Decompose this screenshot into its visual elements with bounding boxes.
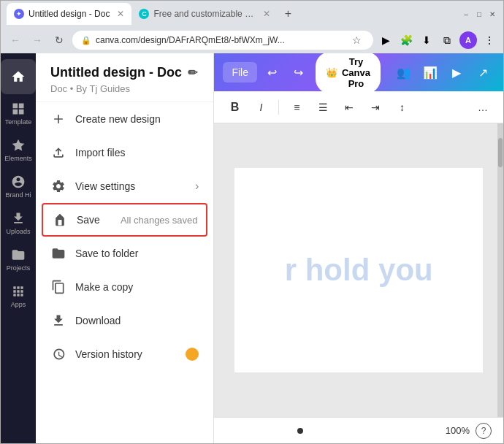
sidebar-item-projects-label: Projects [7, 264, 31, 272]
canvas-area: r hold you [214, 123, 503, 417]
tab-doc[interactable]: ✦ Untitled design - Doc ✕ [7, 3, 131, 25]
line-height-button[interactable]: ↕ [390, 96, 413, 119]
window-controls: – □ ✕ [461, 9, 497, 19]
present-icon[interactable]: ▶ [445, 61, 468, 84]
tab-doc-close[interactable]: ✕ [117, 9, 124, 19]
file-menu-header: Untitled design - Doc ✏ Doc • By Tj Guid… [36, 53, 213, 102]
scroll-thumb-vertical[interactable] [498, 138, 503, 167]
apps-icon [11, 284, 26, 299]
more-options-button[interactable]: … [471, 96, 495, 119]
maximize-button[interactable]: □ [474, 9, 484, 19]
create-icon [50, 111, 66, 127]
sidebar-item-uploads[interactable]: Uploads [1, 205, 36, 240]
puzzle-ext-icon[interactable]: 🧩 [398, 32, 414, 48]
sidebar-item-brand-label: Brand Hi [5, 191, 31, 199]
menu-item-save[interactable]: Save All changes saved [42, 203, 207, 237]
undo-button[interactable]: ↩ [261, 61, 283, 83]
bold-button[interactable]: B [223, 96, 246, 119]
sidebar-dark: Template Elements Brand Hi Uploads Proje… [1, 53, 36, 443]
window-ext-icon[interactable]: ⧉ [439, 32, 455, 48]
zoom-controls: 100% ? [446, 423, 492, 439]
sidebar-item-template[interactable]: Template [1, 96, 36, 131]
menu-item-save-label: Save [77, 214, 112, 226]
menu-item-view-settings[interactable]: View settings › [36, 169, 213, 203]
menu-item-version[interactable]: Version history [36, 337, 213, 371]
sidebar-item-template-label: Template [5, 118, 32, 126]
list-button[interactable]: ☰ [311, 96, 335, 119]
elements-icon [11, 138, 26, 153]
chart-icon[interactable]: 📊 [419, 61, 442, 84]
sidebar-item-brand[interactable]: Brand Hi [1, 169, 36, 204]
view-settings-arrow: › [195, 180, 199, 193]
menu-item-download[interactable]: Download [36, 304, 213, 337]
redo-button[interactable]: ↪ [288, 61, 310, 83]
lock-icon: 🔒 [81, 36, 91, 45]
file-menu: Untitled design - Doc ✏ Doc • By Tj Guid… [36, 53, 214, 443]
bookmark-icon[interactable]: ☆ [348, 32, 364, 48]
menu-button[interactable]: ⋮ [481, 32, 497, 48]
title-bar: ✦ Untitled design - Doc ✕ C Free and cus… [1, 1, 503, 27]
sidebar-item-apps-label: Apps [11, 301, 26, 308]
download-ext-icon[interactable]: ⬇ [419, 32, 435, 48]
menu-item-download-label: Download [75, 315, 199, 326]
menu-item-create[interactable]: Create new design [36, 102, 213, 136]
forward-button[interactable]: → [28, 31, 46, 49]
browser-frame: ✦ Untitled design - Doc ✕ C Free and cus… [0, 0, 504, 444]
app-area: Template Elements Brand Hi Uploads Proje… [1, 53, 503, 443]
share-button[interactable]: ↗ [471, 61, 495, 84]
sidebar-item-home[interactable] [1, 59, 36, 94]
bottom-bar: 100% ? [214, 417, 503, 443]
indent-right-button[interactable]: ⇥ [364, 96, 387, 119]
menu-item-save-sublabel: All changes saved [121, 215, 198, 226]
italic-button[interactable]: I [249, 96, 272, 119]
zoom-level-text: 100% [446, 425, 470, 436]
menu-item-view-settings-label: View settings [75, 180, 186, 192]
tab-icon-canva: C [139, 9, 149, 19]
sidebar-item-uploads-label: Uploads [6, 228, 30, 235]
try-canva-pro-button[interactable]: 👑 Try Canva Pro [316, 53, 381, 93]
download-icon [50, 313, 66, 329]
canva-main: File ↩ ↪ 👑 Try Canva Pro 👥 📊 ▶ ↗ B [214, 53, 503, 443]
menu-item-import-label: Import files [75, 147, 199, 158]
format-toolbar: B I ≡ ☰ ⇤ ⇥ ↕ … [214, 91, 503, 123]
menu-item-make-copy[interactable]: Make a copy [36, 270, 213, 304]
crown-icon: 👑 [326, 67, 337, 78]
menu-item-save-folder[interactable]: Save to folder [36, 237, 213, 270]
address-input[interactable]: 🔒 canva.com/design/DAFrARQmEt8/-bfWXm_jW… [72, 31, 373, 50]
tab-canva-close[interactable]: ✕ [263, 9, 270, 19]
align-button[interactable]: ≡ [285, 96, 308, 119]
sidebar-item-projects[interactable]: Projects [1, 242, 36, 277]
play-ext-icon[interactable]: ▶ [378, 32, 394, 48]
help-button[interactable]: ? [476, 423, 492, 439]
reload-button[interactable]: ↻ [50, 31, 68, 49]
canvas-placeholder-text: r hold you [285, 253, 433, 288]
edit-title-icon[interactable]: ✏ [188, 66, 197, 80]
brand-icon [11, 175, 26, 189]
import-icon [50, 145, 66, 161]
tab-canva[interactable]: C Free and customizable Insta... ✕ [131, 3, 278, 25]
toolbar-left: File ↩ ↪ [223, 61, 310, 83]
indent-left-button[interactable]: ⇤ [337, 96, 361, 119]
sidebar-item-elements[interactable]: Elements [1, 132, 36, 167]
profile-button[interactable]: A [459, 31, 477, 49]
sidebar-item-apps[interactable]: Apps [1, 278, 36, 313]
try-pro-label: Try Canva Pro [342, 56, 370, 89]
file-menu-button[interactable]: File [223, 62, 257, 83]
close-button[interactable]: ✕ [487, 9, 497, 19]
view-settings-icon [50, 178, 66, 194]
menu-item-import[interactable]: Import files [36, 136, 213, 169]
make-copy-icon [50, 279, 66, 295]
top-toolbar: File ↩ ↪ 👑 Try Canva Pro 👥 📊 ▶ ↗ [214, 53, 503, 91]
save-icon [52, 212, 68, 228]
sidebar-item-elements-label: Elements [4, 155, 32, 162]
address-text: canva.com/design/DAFrARQmEt8/-bfWXm_jW..… [96, 35, 344, 45]
toolbar-icons: 👥 📊 ▶ ↗ [392, 61, 495, 84]
share-icon[interactable]: 👥 [392, 61, 416, 84]
minimize-button[interactable]: – [461, 9, 471, 19]
new-tab-button[interactable]: + [278, 4, 298, 24]
page-indicator [297, 428, 303, 434]
scroll-vertical[interactable] [497, 123, 503, 417]
version-icon [50, 346, 66, 362]
address-bar: ← → ↻ 🔒 canva.com/design/DAFrARQmEt8/-bf… [1, 27, 503, 53]
back-button[interactable]: ← [7, 31, 24, 49]
